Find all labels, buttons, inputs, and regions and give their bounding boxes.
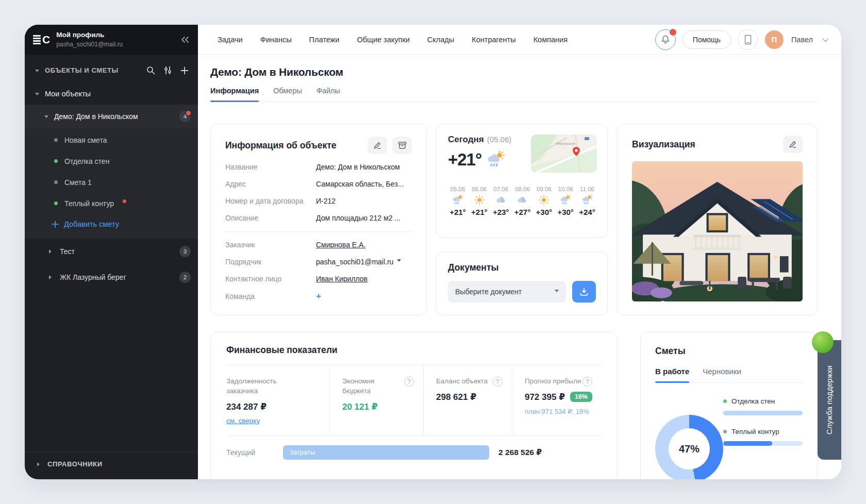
sidebar-section-objects[interactable]: ОБЪЕКТЫ И СМЕТЫ (25, 55, 198, 83)
contact-person-link[interactable]: Иван Кириллов (316, 275, 368, 283)
info-card-title: Информация об объекте (225, 140, 337, 151)
bell-icon (661, 35, 670, 44)
forecast-date: 07.06 (493, 186, 508, 192)
tab-measurements[interactable]: Обмеры (273, 87, 302, 102)
page-tabs: Информация Обмеры Файлы (210, 87, 818, 102)
field-value: И-212 (316, 197, 336, 205)
field-label: Номер и дата договора (225, 197, 316, 205)
chevron-right-icon (37, 462, 42, 466)
divider (225, 231, 412, 232)
field-row: Контактное лицо Иван Кириллов (225, 275, 412, 283)
help-question-icon[interactable] (582, 377, 592, 387)
estimates-count-badge: 4 (179, 111, 191, 122)
sidebar-estimate-item[interactable]: Теплый контур (25, 193, 198, 214)
archive-object-button[interactable] (392, 137, 412, 154)
forecast-date: 11.06 (580, 186, 594, 192)
metric-label: Задолженность заказчика (226, 377, 284, 396)
sidebar-group-my-objects[interactable]: Мои объекты (25, 83, 198, 105)
contractor-select[interactable]: pasha_sochi01@mail.ru (316, 258, 401, 266)
user-menu-chevron-icon[interactable] (823, 36, 828, 41)
sidebar-object-lazurny[interactable]: ЖК Лазурный берег 2 (25, 264, 198, 290)
estimates-tabs: В работе Черновики (655, 367, 803, 383)
forecast-day: 07.06+23° (491, 186, 511, 216)
help-question-icon[interactable] (404, 377, 414, 387)
nav-warehouses[interactable]: Склады (427, 36, 454, 44)
nav-contractors[interactable]: Контрагенты (472, 36, 515, 44)
estimates-card-title: Сметы (655, 346, 803, 357)
estimates-count-badge: 2 (179, 272, 191, 283)
filter-sliders-icon[interactable] (164, 66, 172, 75)
weather-today-temp: +21° (448, 150, 481, 170)
document-select-placeholder: Выберите документ (455, 288, 522, 296)
status-dot-green-icon (54, 159, 58, 163)
add-team-member-button[interactable]: + (316, 292, 321, 300)
sidebar-estimate-item[interactable]: Новая смета (25, 129, 198, 150)
sidebar-profile-header[interactable]: C Мой профиль pasha_sochi01@mail.ru (25, 25, 198, 55)
field-value: Самарская область, Без... (316, 180, 404, 188)
estimates-submenu: Новая смета Отделка стен Смета 1 Теплый … (25, 128, 198, 239)
top-navigation-bar: Задачи Финансы Платежи Общие закупки Скл… (198, 25, 841, 55)
sidebar-object-demo-house[interactable]: Демо: Дом в Никольском 4 (25, 105, 198, 128)
estimate-label: Новая смета (64, 136, 107, 144)
status-dot-green-icon (723, 399, 727, 403)
costs-value: 2 268 526 ₽ (498, 448, 542, 457)
edit-object-button[interactable] (368, 137, 387, 154)
field-label: Название (225, 163, 316, 171)
notifications-bell-button[interactable] (655, 29, 676, 50)
nav-company[interactable]: Компания (534, 36, 568, 44)
metric-value: 298 621 ₽ (436, 392, 503, 402)
field-row: Описание Дом площадью 212 м2 ... (225, 214, 412, 222)
nav-finances[interactable]: Финансы (260, 36, 292, 44)
help-button[interactable]: Помощь (682, 30, 731, 49)
nav-procurement[interactable]: Общие закупки (357, 36, 409, 44)
add-estimate-button[interactable]: Добавить смету (25, 214, 198, 234)
legend-item[interactable]: Теплый контур (723, 428, 803, 446)
field-label: Описание (225, 214, 316, 222)
sidebar-directories[interactable]: СПРАВОЧНИКИ (25, 451, 198, 479)
tab-in-progress[interactable]: В работе (655, 367, 689, 382)
support-ribbon-button[interactable]: Служба поддержки (818, 340, 841, 460)
sidebar-estimate-item[interactable]: Отделка стен (25, 150, 198, 172)
download-icon (579, 287, 589, 296)
document-select[interactable]: Выберите документ (448, 281, 566, 303)
reconciliation-link[interactable]: см. сверку (226, 417, 260, 425)
add-estimate-label: Добавить смету (64, 220, 119, 228)
download-document-button[interactable] (572, 281, 596, 303)
edit-visualization-button[interactable] (783, 136, 803, 153)
chevron-down-icon (44, 115, 48, 120)
legend-progress-fill (723, 411, 803, 415)
user-avatar[interactable]: П (765, 30, 784, 49)
chevron-right-icon (49, 275, 54, 279)
field-label: Команда (225, 292, 316, 300)
sidebar-estimate-item[interactable]: Смета 1 (25, 172, 198, 193)
help-question-icon[interactable] (493, 377, 503, 387)
add-object-icon[interactable] (180, 66, 189, 75)
nav-tasks[interactable]: Задачи (218, 36, 243, 44)
metric-value: 972 395 ₽16% (525, 392, 592, 402)
mobile-phone-icon (744, 35, 752, 45)
tab-drafts[interactable]: Черновики (703, 367, 741, 382)
map-town-label: Никольское (556, 142, 575, 145)
mobile-app-button[interactable] (738, 29, 758, 50)
location-map-thumbnail[interactable]: Никольское (531, 135, 597, 173)
sidebar-collapse-icon[interactable] (180, 36, 190, 43)
field-label: Адрес (225, 180, 316, 188)
object-label: Тест (60, 247, 75, 256)
app-logo-icon: C (33, 33, 50, 46)
cloud-icon (517, 194, 528, 206)
metric-object-balance: Баланс объекта 298 621 ₽ (423, 365, 512, 435)
customer-link[interactable]: Смирнова Е.А. (316, 241, 365, 249)
directories-label: СПРАВОЧНИКИ (47, 460, 103, 468)
tab-information[interactable]: Информация (210, 87, 259, 102)
nav-payments[interactable]: Платежи (309, 36, 340, 44)
current-label: Текущий (226, 448, 283, 457)
legend-item[interactable]: Отделка стен (723, 397, 803, 415)
tab-files[interactable]: Файлы (317, 87, 340, 102)
logo-letter: C (42, 33, 50, 46)
rain-sun-icon (581, 194, 593, 206)
search-icon[interactable] (146, 66, 155, 75)
sidebar-object-test[interactable]: Тест 3 (25, 239, 198, 264)
field-value: Дом площадью 212 м2 ... (316, 214, 401, 222)
forecast-temp: +30° (536, 208, 552, 216)
contractor-value: pasha_sochi01@mail.ru (316, 258, 393, 266)
